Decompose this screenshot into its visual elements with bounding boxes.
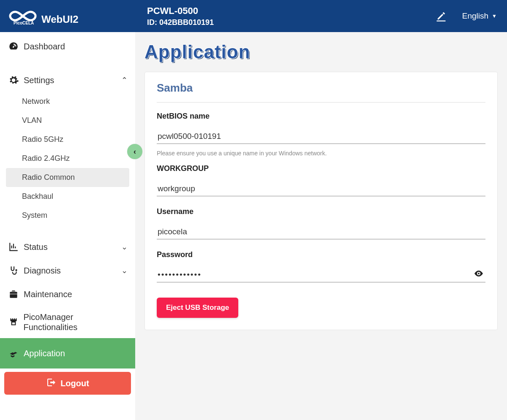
app-header: PicoCELA WebUI2 PCWL-0500 ID: 042BBB0101…	[0, 0, 507, 32]
brand-name: WebUI2	[41, 14, 79, 25]
castle-icon	[8, 316, 19, 328]
sidebar-item-label: Diagnosis	[24, 266, 61, 276]
toggle-password-visibility-button[interactable]	[474, 268, 484, 280]
sidebar-item-label: System	[22, 211, 47, 220]
password-label: Password	[157, 250, 485, 259]
sidebar: Dashboard Settings ⌃ Network VLAN Radio …	[0, 32, 135, 420]
sidebar-item-label: Network	[22, 97, 50, 106]
sidebar-item-dashboard[interactable]: Dashboard	[0, 35, 135, 58]
netbios-label: NetBIOS name	[157, 112, 485, 121]
sidebar-item-label: Settings	[24, 76, 54, 85]
sidebar-item-application[interactable]: Application	[0, 338, 135, 369]
netbios-group: NetBIOS name Please ensure you use a uni…	[157, 112, 485, 157]
sidebar-item-label: VLAN	[22, 116, 42, 125]
sidebar-item-label: Status	[24, 242, 48, 252]
sidebar-item-vlan[interactable]: VLAN	[0, 111, 135, 130]
sidebar-item-label: Backhaul	[22, 192, 53, 201]
sidebar-item-status[interactable]: Status ⌄	[0, 235, 135, 259]
eject-usb-label: Eject USB Storage	[166, 303, 229, 312]
collapse-sidebar-button[interactable]: ‹	[127, 144, 142, 159]
sidebar-item-radio-5ghz[interactable]: Radio 5GHz	[0, 130, 135, 149]
chart-icon	[8, 241, 19, 253]
gear-icon	[8, 74, 19, 86]
sidebar-item-system[interactable]: System	[0, 206, 135, 225]
sidebar-item-label: Radio Common	[22, 173, 75, 182]
card-title: Samba	[157, 81, 485, 103]
device-info: PCWL-0500 ID: 042BBB010191	[139, 5, 435, 27]
sidebar-item-network[interactable]: Network	[0, 92, 135, 111]
netbios-help-text: Please ensure you use a unique name in y…	[157, 150, 485, 157]
language-label: English	[462, 11, 488, 21]
sidebar-item-diagnosis[interactable]: Diagnosis ⌄	[0, 259, 135, 282]
workgroup-input[interactable]	[157, 182, 485, 196]
page-title: Application	[144, 41, 498, 62]
chevron-down-icon: ⌄	[121, 242, 128, 252]
sidebar-item-radio-common[interactable]: Radio Common	[6, 168, 129, 187]
content-area: ‹ Application Samba NetBIOS name Please …	[135, 32, 507, 420]
sidebar-item-label: Radio 5GHz	[22, 135, 63, 144]
sidebar-item-settings[interactable]: Settings ⌃	[0, 68, 135, 92]
sidebar-item-label: Radio 2.4GHz	[22, 154, 70, 163]
username-group: Username	[157, 207, 485, 239]
logout-label: Logout	[60, 379, 89, 388]
svg-text:PicoCELA: PicoCELA	[14, 21, 34, 25]
logout-button[interactable]: Logout	[4, 372, 131, 395]
sidebar-item-backhaul[interactable]: Backhaul	[0, 187, 135, 206]
stethoscope-icon	[8, 265, 19, 276]
password-input[interactable]	[157, 268, 485, 282]
sidebar-item-label: Dashboard	[24, 42, 65, 51]
logout-icon	[46, 377, 56, 390]
workgroup-label: WORKGROUP	[157, 164, 485, 173]
workgroup-group: WORKGROUP	[157, 164, 485, 196]
sidebar-item-label: PicoManager Functionalities	[23, 312, 128, 332]
logo-area: PicoCELA WebUI2	[8, 7, 139, 25]
sidebar-item-label: Application	[24, 349, 65, 358]
theme-icon[interactable]	[435, 10, 447, 22]
sidebar-item-maintenance[interactable]: Maintenance	[0, 282, 135, 306]
username-input[interactable]	[157, 225, 485, 239]
samba-card: Samba NetBIOS name Please ensure you use…	[144, 72, 498, 330]
sidebar-item-picomanager[interactable]: PicoManager Functionalities	[0, 306, 135, 338]
chevron-left-icon: ‹	[134, 147, 136, 156]
device-id: ID: 042BBB010191	[147, 18, 435, 27]
username-label: Username	[157, 207, 485, 216]
dashboard-icon	[8, 41, 19, 52]
sidebar-item-label: Maintenance	[24, 290, 72, 299]
language-select[interactable]: English ▼	[462, 11, 497, 21]
blocks-icon	[8, 347, 19, 359]
eye-icon	[474, 273, 484, 280]
chevron-down-icon: ▼	[492, 13, 497, 19]
infinity-logo-icon: PicoCELA	[8, 7, 38, 25]
eject-usb-button[interactable]: Eject USB Storage	[157, 298, 238, 318]
chevron-down-icon: ⌄	[121, 266, 128, 275]
password-group: Password	[157, 250, 485, 282]
chevron-up-icon: ⌃	[121, 76, 128, 85]
sidebar-item-radio-24ghz[interactable]: Radio 2.4GHz	[0, 149, 135, 168]
device-model: PCWL-0500	[147, 5, 435, 16]
toolbox-icon	[8, 288, 19, 300]
netbios-input[interactable]	[157, 129, 485, 144]
